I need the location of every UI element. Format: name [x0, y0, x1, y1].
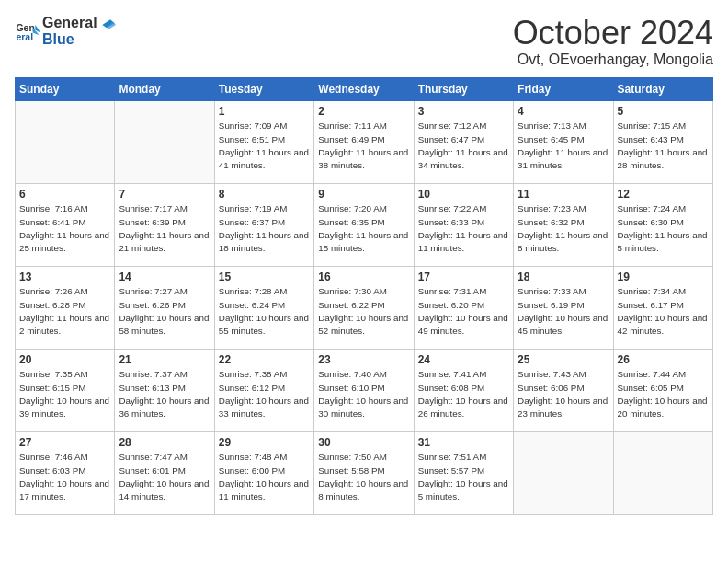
day-info: Sunrise: 7:28 AMSunset: 6:24 PMDaylight:… — [219, 285, 310, 338]
calendar-cell: 22Sunrise: 7:38 AMSunset: 6:12 PMDayligh… — [214, 349, 313, 431]
day-number: 13 — [19, 270, 110, 285]
day-number: 25 — [518, 352, 609, 368]
day-number: 30 — [318, 435, 409, 451]
day-number: 14 — [119, 270, 210, 285]
calendar-header-row: SundayMondayTuesdayWednesdayThursdayFrid… — [16, 77, 713, 100]
day-info: Sunrise: 7:12 AMSunset: 6:47 PMDaylight:… — [418, 120, 509, 172]
day-info: Sunrise: 7:16 AMSunset: 6:41 PMDaylight:… — [19, 202, 110, 255]
calendar-cell — [115, 100, 214, 183]
day-number: 26 — [618, 352, 709, 368]
month-title: October 2024 — [513, 15, 713, 52]
day-number: 6 — [19, 187, 110, 202]
calendar-week-2: 6Sunrise: 7:16 AMSunset: 6:41 PMDaylight… — [16, 183, 713, 266]
calendar-cell: 11Sunrise: 7:23 AMSunset: 6:32 PMDayligh… — [514, 183, 613, 266]
day-info: Sunrise: 7:09 AMSunset: 6:51 PMDaylight:… — [219, 120, 310, 172]
logo-text-blue: Blue — [42, 31, 97, 48]
calendar-cell: 6Sunrise: 7:16 AMSunset: 6:41 PMDaylight… — [16, 183, 115, 266]
day-number: 8 — [219, 187, 310, 202]
day-info: Sunrise: 7:15 AMSunset: 6:43 PMDaylight:… — [618, 120, 709, 172]
day-number: 18 — [518, 270, 609, 285]
day-info: Sunrise: 7:47 AMSunset: 6:01 PMDaylight:… — [119, 451, 210, 503]
day-number: 16 — [318, 270, 409, 285]
header-day-saturday: Saturday — [613, 77, 712, 100]
calendar-cell: 8Sunrise: 7:19 AMSunset: 6:37 PMDaylight… — [214, 183, 313, 266]
calendar-cell: 16Sunrise: 7:30 AMSunset: 6:22 PMDayligh… — [314, 266, 414, 349]
day-number: 5 — [618, 104, 709, 120]
page-header: Gen eral General Blue October 2024 Ovt, … — [15, 15, 713, 68]
day-number: 31 — [418, 435, 509, 451]
day-number: 1 — [219, 104, 310, 120]
calendar-cell — [16, 100, 115, 183]
calendar-week-1: 1Sunrise: 7:09 AMSunset: 6:51 PMDaylight… — [16, 100, 713, 183]
calendar-cell — [514, 431, 613, 514]
header-day-tuesday: Tuesday — [214, 77, 313, 100]
header-day-wednesday: Wednesday — [314, 77, 414, 100]
calendar-cell: 25Sunrise: 7:43 AMSunset: 6:06 PMDayligh… — [514, 349, 613, 431]
day-number: 3 — [418, 104, 509, 120]
day-number: 2 — [318, 104, 409, 120]
calendar-cell: 10Sunrise: 7:22 AMSunset: 6:33 PMDayligh… — [414, 183, 513, 266]
day-info: Sunrise: 7:51 AMSunset: 5:57 PMDaylight:… — [418, 451, 509, 503]
calendar-cell: 7Sunrise: 7:17 AMSunset: 6:39 PMDaylight… — [115, 183, 214, 266]
calendar-cell: 3Sunrise: 7:12 AMSunset: 6:47 PMDaylight… — [414, 100, 513, 183]
calendar-cell: 28Sunrise: 7:47 AMSunset: 6:01 PMDayligh… — [115, 431, 214, 514]
calendar-week-3: 13Sunrise: 7:26 AMSunset: 6:28 PMDayligh… — [16, 266, 713, 349]
day-number: 15 — [219, 270, 310, 285]
calendar-cell: 21Sunrise: 7:37 AMSunset: 6:13 PMDayligh… — [115, 349, 214, 431]
svg-text:eral: eral — [16, 30, 33, 41]
calendar-cell: 31Sunrise: 7:51 AMSunset: 5:57 PMDayligh… — [414, 431, 513, 514]
svg-marker-2 — [35, 25, 40, 32]
day-info: Sunrise: 7:31 AMSunset: 6:20 PMDaylight:… — [418, 285, 509, 338]
calendar-table: SundayMondayTuesdayWednesdayThursdayFrid… — [15, 77, 713, 515]
calendar-cell: 2Sunrise: 7:11 AMSunset: 6:49 PMDaylight… — [314, 100, 414, 183]
day-info: Sunrise: 7:43 AMSunset: 6:06 PMDaylight:… — [518, 368, 609, 420]
day-info: Sunrise: 7:38 AMSunset: 6:12 PMDaylight:… — [219, 368, 310, 420]
day-number: 28 — [119, 435, 210, 451]
logo: Gen eral General Blue — [15, 15, 116, 47]
day-info: Sunrise: 7:23 AMSunset: 6:32 PMDaylight:… — [518, 202, 609, 255]
header-day-friday: Friday — [514, 77, 613, 100]
day-info: Sunrise: 7:24 AMSunset: 6:30 PMDaylight:… — [618, 202, 709, 255]
day-info: Sunrise: 7:13 AMSunset: 6:45 PMDaylight:… — [518, 120, 609, 172]
day-number: 23 — [318, 352, 409, 368]
day-info: Sunrise: 7:27 AMSunset: 6:26 PMDaylight:… — [119, 285, 210, 338]
calendar-week-5: 27Sunrise: 7:46 AMSunset: 6:03 PMDayligh… — [16, 431, 713, 514]
calendar-cell: 24Sunrise: 7:41 AMSunset: 6:08 PMDayligh… — [414, 349, 513, 431]
calendar-cell: 20Sunrise: 7:35 AMSunset: 6:15 PMDayligh… — [16, 349, 115, 431]
day-info: Sunrise: 7:19 AMSunset: 6:37 PMDaylight:… — [219, 202, 310, 255]
day-number: 9 — [318, 187, 409, 202]
calendar-week-4: 20Sunrise: 7:35 AMSunset: 6:15 PMDayligh… — [16, 349, 713, 431]
calendar-cell: 23Sunrise: 7:40 AMSunset: 6:10 PMDayligh… — [314, 349, 414, 431]
calendar-cell: 19Sunrise: 7:34 AMSunset: 6:17 PMDayligh… — [613, 266, 712, 349]
logo-bird-icon — [96, 15, 116, 35]
calendar-cell — [613, 431, 712, 514]
location-title: Ovt, OEvoerhangay, Mongolia — [513, 52, 713, 68]
header-day-thursday: Thursday — [414, 77, 513, 100]
day-number: 4 — [518, 104, 609, 120]
day-info: Sunrise: 7:50 AMSunset: 5:58 PMDaylight:… — [318, 451, 409, 503]
day-info: Sunrise: 7:26 AMSunset: 6:28 PMDaylight:… — [19, 285, 110, 338]
day-info: Sunrise: 7:48 AMSunset: 6:00 PMDaylight:… — [219, 451, 310, 503]
day-info: Sunrise: 7:34 AMSunset: 6:17 PMDaylight:… — [618, 285, 709, 338]
day-info: Sunrise: 7:20 AMSunset: 6:35 PMDaylight:… — [318, 202, 409, 255]
calendar-cell: 29Sunrise: 7:48 AMSunset: 6:00 PMDayligh… — [214, 431, 313, 514]
day-number: 21 — [119, 352, 210, 368]
day-number: 11 — [518, 187, 609, 202]
day-info: Sunrise: 7:37 AMSunset: 6:13 PMDaylight:… — [119, 368, 210, 420]
day-info: Sunrise: 7:41 AMSunset: 6:08 PMDaylight:… — [418, 368, 509, 420]
header-day-monday: Monday — [115, 77, 214, 100]
calendar-cell: 12Sunrise: 7:24 AMSunset: 6:30 PMDayligh… — [613, 183, 712, 266]
day-info: Sunrise: 7:33 AMSunset: 6:19 PMDaylight:… — [518, 285, 609, 338]
day-info: Sunrise: 7:17 AMSunset: 6:39 PMDaylight:… — [119, 202, 210, 255]
day-number: 27 — [19, 435, 110, 451]
day-info: Sunrise: 7:35 AMSunset: 6:15 PMDaylight:… — [19, 368, 110, 420]
day-number: 29 — [219, 435, 310, 451]
day-info: Sunrise: 7:46 AMSunset: 6:03 PMDaylight:… — [19, 451, 110, 503]
day-number: 12 — [618, 187, 709, 202]
logo-icon: Gen eral — [15, 18, 40, 44]
day-number: 10 — [418, 187, 509, 202]
calendar-body: 1Sunrise: 7:09 AMSunset: 6:51 PMDaylight… — [16, 100, 713, 514]
day-info: Sunrise: 7:30 AMSunset: 6:22 PMDaylight:… — [318, 285, 409, 338]
day-info: Sunrise: 7:44 AMSunset: 6:05 PMDaylight:… — [618, 368, 709, 420]
calendar-cell: 17Sunrise: 7:31 AMSunset: 6:20 PMDayligh… — [414, 266, 513, 349]
